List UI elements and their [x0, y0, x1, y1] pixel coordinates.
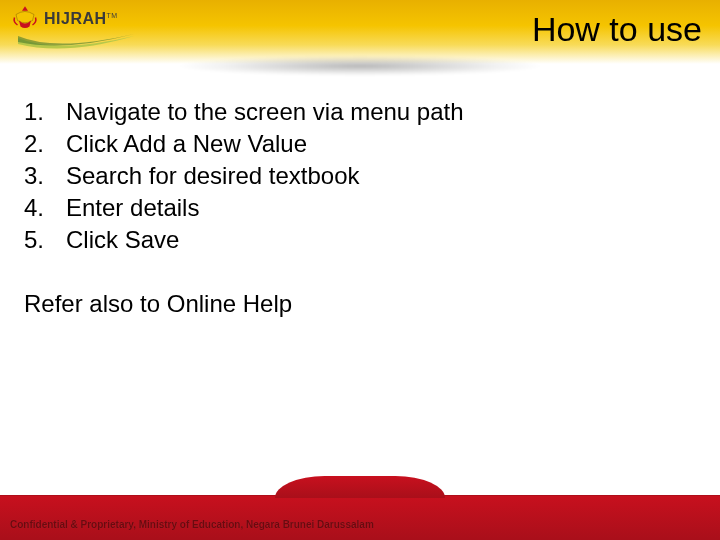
- step-number: 4.: [24, 194, 66, 222]
- list-item: 4. Enter details: [24, 194, 696, 222]
- step-number: 3.: [24, 162, 66, 190]
- tm-mark: TM: [107, 12, 118, 19]
- step-text: Enter details: [66, 194, 199, 222]
- list-item: 2. Click Add a New Value: [24, 130, 696, 158]
- logo-swash-icon: [16, 30, 136, 56]
- list-item: 5. Click Save: [24, 226, 696, 254]
- list-item: 3. Search for desired textbook: [24, 162, 696, 190]
- list-item: 1. Navigate to the screen via menu path: [24, 98, 696, 126]
- logo-text: HIJRAHTM: [44, 10, 118, 28]
- refer-text: Refer also to Online Help: [24, 290, 696, 318]
- step-number: 2.: [24, 130, 66, 158]
- step-number: 5.: [24, 226, 66, 254]
- step-text: Search for desired textbook: [66, 162, 360, 190]
- step-list: 1. Navigate to the screen via menu path …: [24, 98, 696, 254]
- slide: HIJRAHTM How to use 1. Navigate to the s…: [0, 0, 720, 540]
- body-content: 1. Navigate to the screen via menu path …: [0, 98, 720, 318]
- logo: HIJRAHTM: [10, 4, 118, 34]
- footer-band: Confidential & Proprietary, Ministry of …: [0, 492, 720, 540]
- header-shadow: [180, 56, 540, 76]
- logo-label: HIJRAH: [44, 10, 107, 27]
- step-text: Click Add a New Value: [66, 130, 307, 158]
- header-band: HIJRAHTM How to use: [0, 0, 720, 64]
- confidential-text: Confidential & Proprietary, Ministry of …: [10, 519, 374, 530]
- step-text: Click Save: [66, 226, 179, 254]
- step-text: Navigate to the screen via menu path: [66, 98, 464, 126]
- step-number: 1.: [24, 98, 66, 126]
- footer-tab: [275, 476, 445, 498]
- page-title: How to use: [532, 10, 702, 49]
